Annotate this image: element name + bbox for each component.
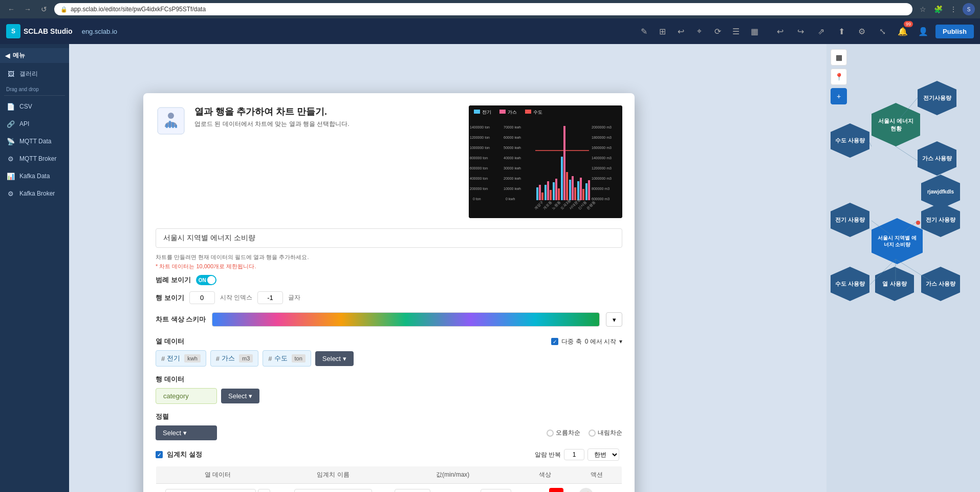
- sidebar-item-kafka-data[interactable]: 📊 Kafka Data: [0, 167, 69, 185]
- schema-label: 차트 색상 스키마: [156, 315, 206, 324]
- svg-line-65: [896, 146, 918, 161]
- color-swatch[interactable]: [549, 488, 563, 492]
- hash-icon-3: #: [268, 355, 272, 362]
- svg-rect-38: [539, 185, 541, 200]
- chart-title-input[interactable]: [156, 228, 622, 248]
- sort-asc-radio-circle: [547, 430, 554, 437]
- svg-rect-46: [561, 157, 563, 200]
- toolbar-icon-5[interactable]: ⟳: [709, 23, 726, 39]
- sidebar-item-csv[interactable]: 📄 CSV: [0, 98, 69, 115]
- user-button[interactable]: 👤: [915, 23, 931, 39]
- sidebar-csv-label: CSV: [19, 103, 32, 110]
- redo-button[interactable]: ↪: [792, 23, 809, 39]
- sort-select-label: Select: [163, 429, 181, 437]
- sidebar-item-gallery[interactable]: 🖼 갤러리: [0, 65, 69, 82]
- alarm-unit-select[interactable]: 한번: [587, 448, 619, 461]
- column-tag-water: # 수도 ton: [263, 350, 311, 367]
- sort-asc-radio[interactable]: 오름차순: [547, 429, 580, 437]
- row-select-dropdown-icon: ▾: [249, 392, 252, 400]
- chart-preview: 전기 가스 수도 1400000 ton 1200000 ton 1000000…: [469, 105, 622, 218]
- undo-button[interactable]: ↩: [772, 23, 788, 39]
- sort-select-dropdown-icon: ▾: [183, 429, 187, 437]
- forward-button[interactable]: →: [21, 3, 34, 15]
- column-data-label: 열 데이터: [156, 337, 184, 346]
- legend-toggle-switch[interactable]: ON: [196, 275, 216, 285]
- svg-text:1200000 m3: 1200000 m3: [592, 166, 612, 170]
- svg-text:20000 kwh: 20000 kwh: [504, 177, 521, 180]
- sidebar-item-api[interactable]: 🔗 API: [0, 115, 69, 133]
- toolbar-icon-6[interactable]: ☰: [728, 23, 744, 39]
- svg-rect-56: [588, 180, 590, 200]
- hex-node-gas-lr[interactable]: 가스 사용량: [921, 267, 960, 301]
- threshold-table: 열 데이터 임계치 이름 값(min/max) 색상 액션: [156, 466, 622, 492]
- row-end-input[interactable]: [257, 291, 283, 304]
- threshold-max-cell: [473, 484, 518, 492]
- bookmark-button[interactable]: ☆: [917, 3, 929, 15]
- hex-tool-table[interactable]: ▦: [831, 49, 847, 66]
- threshold-name-input[interactable]: [294, 489, 372, 492]
- sidebar-item-mqtt-data[interactable]: 📡 MQTT Data: [0, 133, 69, 150]
- multi-axis-checkbox[interactable]: ✓: [551, 338, 558, 345]
- chart-svg: 전기 가스 수도 1400000 ton 1200000 ton 1000000…: [469, 105, 622, 218]
- threshold-min-input[interactable]: [395, 489, 430, 492]
- row-display-label: 행 보이기: [156, 293, 184, 303]
- alarm-label: 알람 반복: [535, 451, 561, 459]
- svg-text:600000 ton: 600000 ton: [470, 166, 488, 170]
- sort-section: 정렬 Select ▾ 오름차순: [156, 412, 622, 440]
- sidebar-header: ◀ 메뉴: [0, 48, 69, 63]
- settings-button[interactable]: ⚙: [854, 23, 870, 39]
- dialog-top: 열과 행을 추가하여 차트 만들기. 업로드 된 데이터에서 차트에 맞는 열과…: [156, 105, 622, 218]
- toolbar-icon-1[interactable]: ✎: [636, 23, 652, 39]
- threshold-flash-button[interactable]: ⚡: [579, 488, 593, 492]
- schema-dropdown-button[interactable]: ▾: [606, 312, 622, 327]
- hex-node-gas-right[interactable]: 가스 사용량: [918, 141, 956, 176]
- threshold-col-dropdown[interactable]: ▾: [258, 489, 270, 492]
- row-data-label: 행 데이터: [156, 375, 184, 384]
- multi-axis-dropdown-icon[interactable]: ▾: [619, 338, 622, 345]
- svg-rect-4: [172, 122, 174, 128]
- hex-tool-map[interactable]: 📍: [831, 69, 847, 85]
- svg-text:800000 ton: 800000 ton: [470, 156, 488, 160]
- svg-text:1000000 ton: 1000000 ton: [470, 146, 490, 149]
- sidebar-item-kafka-broker[interactable]: ⚙ Kafka Broker: [0, 185, 69, 202]
- sort-select-button[interactable]: Select ▾: [156, 425, 217, 440]
- app-header: S SCLAB Studio eng.sclab.io ✎ ⊞ ↩ ⌖ ⟳ ☰ …: [0, 18, 980, 44]
- hex-node-rjaw[interactable]: rjawjdfkdls: [921, 175, 960, 209]
- upload-button[interactable]: ⬆: [833, 23, 850, 39]
- url-bar: 🔒 app.sclab.io/editor/site/pwG4idxkFCsP9…: [54, 3, 912, 15]
- svg-rect-10: [525, 110, 531, 114]
- extension-button[interactable]: 🧩: [932, 3, 944, 15]
- sort-desc-radio[interactable]: 내림차순: [589, 429, 622, 437]
- menu-button[interactable]: ⋮: [947, 3, 960, 15]
- back-button[interactable]: ←: [5, 3, 17, 15]
- publish-button[interactable]: Publish: [935, 25, 974, 38]
- toolbar-icon-7[interactable]: ▦: [746, 23, 763, 39]
- svg-rect-53: [580, 178, 582, 200]
- share-button[interactable]: ⇗: [813, 23, 829, 39]
- sidebar-item-mqtt-broker[interactable]: ⚙ MQTT Broker: [0, 150, 69, 167]
- column-select-button[interactable]: Select ▾: [315, 351, 354, 366]
- svg-rect-54: [582, 189, 584, 200]
- alarm-num-input[interactable]: [564, 449, 584, 460]
- toolbar-icon-3[interactable]: ↩: [672, 23, 689, 39]
- toolbar-icon-2[interactable]: ⊞: [654, 23, 670, 39]
- threshold-max-input[interactable]: [481, 489, 511, 492]
- threshold-checkbox[interactable]: ✓: [156, 451, 163, 458]
- hex-node-electricity-top[interactable]: 전기사용량: [918, 81, 956, 115]
- toggle-knob: [207, 276, 215, 284]
- column-name-gas: 가스: [222, 354, 235, 363]
- reload-button[interactable]: ↺: [38, 3, 50, 15]
- dialog-overlay: 열과 행을 추가하여 차트 만들기. 업로드 된 데이터에서 차트에 맞는 열과…: [138, 88, 896, 492]
- row-start-input[interactable]: [189, 291, 215, 304]
- svg-rect-5: [175, 125, 177, 128]
- sidebar-kafka-broker-label: Kafka Broker: [19, 190, 55, 197]
- threshold-header: ✓ 임계치 설정 알람 반복 한번: [156, 448, 622, 461]
- toolbar-icon-4[interactable]: ⌖: [691, 23, 707, 39]
- legend-toggle-row: 범례 보이기 ON: [156, 275, 622, 285]
- expand-button[interactable]: ⤡: [874, 23, 890, 39]
- threshold-col-data-input[interactable]: [165, 489, 256, 492]
- sidebar: ◀ 메뉴 🖼 갤러리 Drag and drop 📄 CSV 🔗 API 📡 M…: [0, 44, 69, 492]
- row-select-button[interactable]: Select ▾: [221, 389, 259, 403]
- multi-axis-start: 0 에서 시작: [585, 337, 616, 346]
- row-start-label: 시작 인덱스: [220, 293, 252, 302]
